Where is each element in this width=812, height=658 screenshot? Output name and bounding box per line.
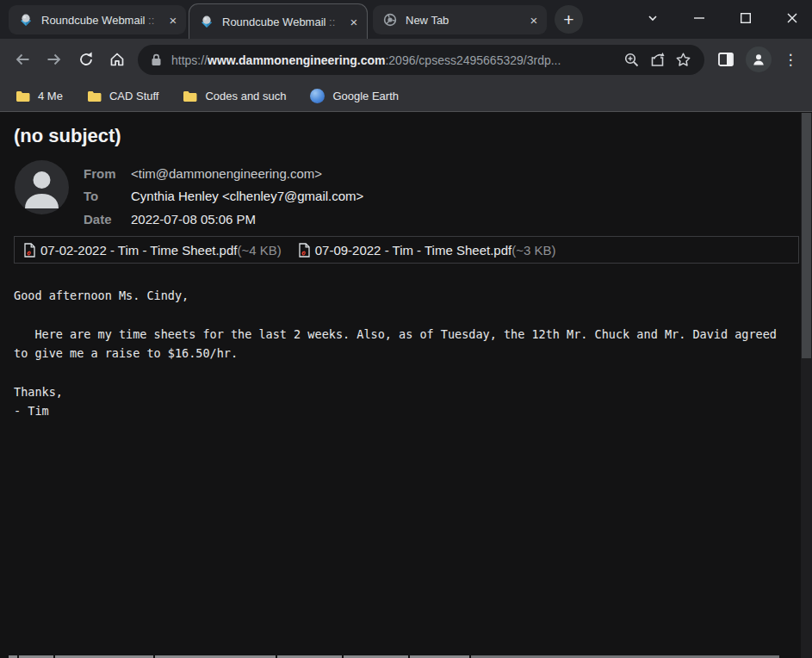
bookmark-label: CAD Stuff: [109, 90, 159, 102]
bookmark-folder-cad-stuff[interactable]: CAD Stuff: [87, 90, 159, 102]
scrollbar-thumb[interactable]: [802, 113, 811, 358]
roundcube-favicon-icon: [19, 13, 33, 27]
bookmark-label: Codes and such: [205, 90, 286, 102]
from-label: From: [84, 166, 131, 181]
meta-row-to: To Cynthia Henley <clhenley7@gmail.com>: [84, 185, 363, 208]
address-bar[interactable]: https://www.dammonengineering.com:2096/c…: [138, 45, 704, 75]
browser-window: { "glyphs": { "close_tab": "×", "new_tab…: [0, 0, 812, 658]
to-label: To: [84, 189, 131, 203]
url-text: https://www.dammonengineering.com:2096/c…: [171, 53, 618, 67]
bookmark-label: 4 Me: [38, 90, 63, 102]
lock-icon[interactable]: [151, 53, 162, 66]
attachment-size: (~4 KB): [237, 243, 281, 258]
email-meta: From <tim@dammonengineering.com> To Cynt…: [84, 162, 363, 231]
reload-icon[interactable]: [71, 45, 101, 74]
tab-new-tab[interactable]: New Tab ×: [373, 5, 547, 34]
folder-icon: [183, 90, 205, 102]
bookmark-folder-codes[interactable]: Codes and such: [183, 90, 286, 102]
chrome-favicon-icon: [383, 13, 397, 27]
tab-roundcube-2-active[interactable]: Roundcube Webmail :: ×: [189, 3, 368, 39]
home-icon[interactable]: [102, 45, 132, 74]
kebab-menu-icon[interactable]: ⋮: [776, 45, 805, 74]
pdf-file-icon: [23, 243, 40, 258]
share-icon[interactable]: [644, 47, 670, 73]
tab-close-icon[interactable]: ×: [346, 14, 362, 29]
close-window-button[interactable]: [772, 0, 812, 36]
minimize-button[interactable]: [679, 0, 719, 36]
folder-icon: [15, 90, 38, 102]
bookmark-label: Google Earth: [332, 90, 399, 102]
profile-icon[interactable]: [746, 47, 772, 72]
tab-strip: Roundcube Webmail :: × Roundcube Webmail…: [0, 0, 812, 39]
attachments-bar: 07-02-2022 - Tim - Time Sheet.pdf (~4 KB…: [14, 236, 799, 264]
from-value: <tim@dammonengineering.com>: [131, 166, 322, 181]
zoom-in-icon[interactable]: [618, 47, 644, 73]
date-label: Date: [84, 212, 131, 227]
attachment-1[interactable]: 07-02-2022 - Tim - Time Sheet.pdf (~4 KB…: [23, 243, 282, 258]
tab-close-icon[interactable]: ×: [165, 12, 181, 28]
attachment-name[interactable]: 07-02-2022 - Tim - Time Sheet.pdf: [40, 243, 237, 258]
vertical-scrollbar[interactable]: [801, 113, 812, 658]
to-value: Cynthia Henley <clhenley7@gmail.com>: [131, 189, 363, 203]
back-icon[interactable]: [8, 45, 37, 74]
browser-toolbar: https://www.dammonengineering.com:2096/c…: [0, 39, 812, 81]
attachment-name[interactable]: 07-09-2022 - Tim - Time Sheet.pdf: [315, 243, 511, 258]
roundcube-favicon-icon: [200, 15, 214, 28]
attachment-2[interactable]: 07-09-2022 - Tim - Time Sheet.pdf (~3 KB…: [298, 243, 556, 258]
bookmarks-bar: 4 Me CAD Stuff Codes and such Google Ear…: [0, 81, 812, 112]
globe-icon: [310, 89, 325, 103]
meta-row-date: Date 2022-07-08 05:06 PM: [84, 208, 363, 231]
side-panel-icon[interactable]: [711, 45, 741, 74]
tab-close-icon[interactable]: ×: [526, 12, 542, 28]
tab-roundcube-1[interactable]: Roundcube Webmail :: ×: [9, 5, 186, 34]
sender-avatar: [15, 160, 69, 214]
tab-search-chevron-icon[interactable]: [633, 0, 673, 36]
tab-title: Roundcube Webmail ::: [41, 14, 160, 27]
tab-title: New Tab: [406, 14, 521, 27]
forward-icon[interactable]: [40, 45, 69, 74]
maximize-button[interactable]: [726, 0, 766, 36]
date-value: 2022-07-08 05:06 PM: [131, 212, 256, 227]
meta-row-from: From <tim@dammonengineering.com>: [84, 162, 363, 185]
bookmark-folder-4me[interactable]: 4 Me: [15, 90, 63, 102]
bookmark-star-icon[interactable]: [670, 47, 696, 73]
folder-icon: [87, 90, 109, 102]
new-tab-button[interactable]: +: [555, 5, 583, 34]
tab-title: Roundcube Webmail ::: [222, 16, 341, 28]
pdf-file-icon: [298, 243, 315, 258]
attachment-size: (~3 KB): [511, 243, 555, 258]
email-body: Good afternoon Ms. Cindy, Here are my ti…: [14, 286, 778, 421]
email-subject: (no subject): [14, 125, 121, 147]
bookmark-google-earth[interactable]: Google Earth: [310, 89, 399, 103]
